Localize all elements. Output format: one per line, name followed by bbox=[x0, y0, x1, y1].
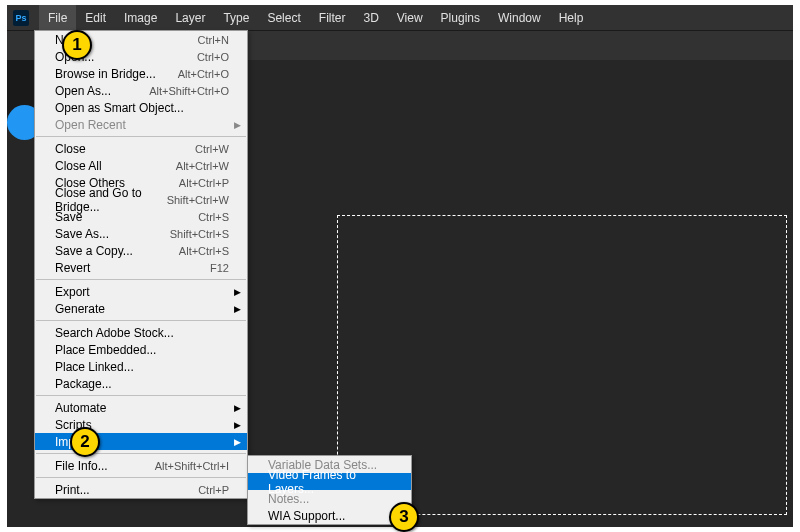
menu-item-open-as-smart-object[interactable]: Open as Smart Object... bbox=[35, 99, 247, 116]
menu-item-label: Export bbox=[55, 285, 90, 299]
menu-shortcut: Alt+Ctrl+W bbox=[176, 160, 229, 172]
menu-item-generate[interactable]: Generate▶ bbox=[35, 300, 247, 317]
file-dropdown: New...Ctrl+NOpen...Ctrl+OBrowse in Bridg… bbox=[34, 30, 248, 499]
menu-shortcut: Ctrl+P bbox=[198, 484, 229, 496]
menu-item-print[interactable]: Print...Ctrl+P bbox=[35, 481, 247, 498]
submenu-arrow-icon: ▶ bbox=[234, 304, 241, 314]
menu-3d[interactable]: 3D bbox=[354, 5, 387, 30]
menu-filter[interactable]: Filter bbox=[310, 5, 355, 30]
import-submenu: Variable Data Sets...Video Frames to Lay… bbox=[247, 455, 412, 525]
menu-separator bbox=[36, 395, 246, 396]
submenu-item-label: Notes... bbox=[268, 492, 309, 506]
menu-edit[interactable]: Edit bbox=[76, 5, 115, 30]
menu-item-label: Close All bbox=[55, 159, 102, 173]
menu-item-label: Save a Copy... bbox=[55, 244, 133, 258]
menu-item-revert[interactable]: RevertF12 bbox=[35, 259, 247, 276]
annotation-badge-3: 3 bbox=[389, 502, 419, 532]
menu-item-export[interactable]: Export▶ bbox=[35, 283, 247, 300]
annotation-badge-2: 2 bbox=[70, 427, 100, 457]
menu-image[interactable]: Image bbox=[115, 5, 166, 30]
submenu-arrow-icon: ▶ bbox=[234, 287, 241, 297]
app-window: Ps File Edit Image Layer Type Select Fil… bbox=[7, 5, 793, 527]
menu-shortcut: Alt+Shift+Ctrl+I bbox=[155, 460, 229, 472]
submenu-arrow-icon: ▶ bbox=[234, 420, 241, 430]
menu-item-save-a-copy[interactable]: Save a Copy...Alt+Ctrl+S bbox=[35, 242, 247, 259]
menu-item-browse-in-bridge[interactable]: Browse in Bridge...Alt+Ctrl+O bbox=[35, 65, 247, 82]
menu-item-close[interactable]: CloseCtrl+W bbox=[35, 140, 247, 157]
submenu-item-label: WIA Support... bbox=[268, 509, 345, 523]
menu-item-scripts[interactable]: Scripts▶ bbox=[35, 416, 247, 433]
menu-item-place-linked[interactable]: Place Linked... bbox=[35, 358, 247, 375]
menu-separator bbox=[36, 320, 246, 321]
menu-file[interactable]: File bbox=[39, 5, 76, 30]
menu-shortcut: Ctrl+W bbox=[195, 143, 229, 155]
menu-separator bbox=[36, 477, 246, 478]
menu-item-label: Revert bbox=[55, 261, 90, 275]
app-logo-icon: Ps bbox=[13, 10, 29, 26]
menu-separator bbox=[36, 453, 246, 454]
menu-view[interactable]: View bbox=[388, 5, 432, 30]
menu-item-file-info[interactable]: File Info...Alt+Shift+Ctrl+I bbox=[35, 457, 247, 474]
menu-help[interactable]: Help bbox=[550, 5, 593, 30]
menu-shortcut: Ctrl+S bbox=[198, 211, 229, 223]
annotation-badge-1: 1 bbox=[62, 30, 92, 60]
menu-item-label: Save bbox=[55, 210, 82, 224]
submenu-arrow-icon: ▶ bbox=[234, 403, 241, 413]
menu-separator bbox=[36, 136, 246, 137]
menu-window[interactable]: Window bbox=[489, 5, 550, 30]
menu-item-open-as[interactable]: Open As...Alt+Shift+Ctrl+O bbox=[35, 82, 247, 99]
menu-item-label: Place Embedded... bbox=[55, 343, 156, 357]
menu-shortcut: Alt+Ctrl+O bbox=[178, 68, 229, 80]
menu-shortcut: Ctrl+O bbox=[197, 51, 229, 63]
menu-item-label: Open as Smart Object... bbox=[55, 101, 184, 115]
menu-separator bbox=[36, 279, 246, 280]
menu-item-label: Open As... bbox=[55, 84, 111, 98]
menu-type[interactable]: Type bbox=[214, 5, 258, 30]
menu-item-label: Browse in Bridge... bbox=[55, 67, 156, 81]
menu-item-open-recent[interactable]: Open Recent▶ bbox=[35, 116, 247, 133]
submenu-arrow-icon: ▶ bbox=[234, 120, 241, 130]
menu-item-automate[interactable]: Automate▶ bbox=[35, 399, 247, 416]
menu-shortcut: Alt+Ctrl+S bbox=[179, 245, 229, 257]
menu-item-label: Package... bbox=[55, 377, 112, 391]
submenu-item-video-frames-to-layers[interactable]: Video Frames to Layers... bbox=[248, 473, 411, 490]
menu-item-search-adobe-stock[interactable]: Search Adobe Stock... bbox=[35, 324, 247, 341]
menu-shortcut: Shift+Ctrl+W bbox=[167, 194, 229, 206]
menu-shortcut: F12 bbox=[210, 262, 229, 274]
menu-layer[interactable]: Layer bbox=[166, 5, 214, 30]
menu-item-close-all[interactable]: Close AllAlt+Ctrl+W bbox=[35, 157, 247, 174]
menu-item-label: Generate bbox=[55, 302, 105, 316]
menu-item-package[interactable]: Package... bbox=[35, 375, 247, 392]
menu-shortcut: Ctrl+N bbox=[198, 34, 229, 46]
menu-shortcut: Alt+Ctrl+P bbox=[179, 177, 229, 189]
submenu-item-wia-support[interactable]: WIA Support... bbox=[248, 507, 411, 524]
menu-item-label: Print... bbox=[55, 483, 90, 497]
menubar: Ps File Edit Image Layer Type Select Fil… bbox=[7, 5, 793, 30]
menu-plugins[interactable]: Plugins bbox=[432, 5, 489, 30]
menu-item-import[interactable]: Import▶ bbox=[35, 433, 247, 450]
submenu-arrow-icon: ▶ bbox=[234, 437, 241, 447]
menu-item-label: Open Recent bbox=[55, 118, 126, 132]
menu-item-label: Close bbox=[55, 142, 86, 156]
menu-item-label: Search Adobe Stock... bbox=[55, 326, 174, 340]
menu-item-save[interactable]: SaveCtrl+S bbox=[35, 208, 247, 225]
menu-item-label: Automate bbox=[55, 401, 106, 415]
menu-item-label: Place Linked... bbox=[55, 360, 134, 374]
menu-shortcut: Alt+Shift+Ctrl+O bbox=[149, 85, 229, 97]
menu-item-label: Save As... bbox=[55, 227, 109, 241]
menu-item-place-embedded[interactable]: Place Embedded... bbox=[35, 341, 247, 358]
menu-shortcut: Shift+Ctrl+S bbox=[170, 228, 229, 240]
submenu-item-notes[interactable]: Notes... bbox=[248, 490, 411, 507]
menu-item-save-as[interactable]: Save As...Shift+Ctrl+S bbox=[35, 225, 247, 242]
menu-item-label: File Info... bbox=[55, 459, 108, 473]
menu-select[interactable]: Select bbox=[258, 5, 309, 30]
menu-item-close-and-go-to-bridge[interactable]: Close and Go to Bridge...Shift+Ctrl+W bbox=[35, 191, 247, 208]
